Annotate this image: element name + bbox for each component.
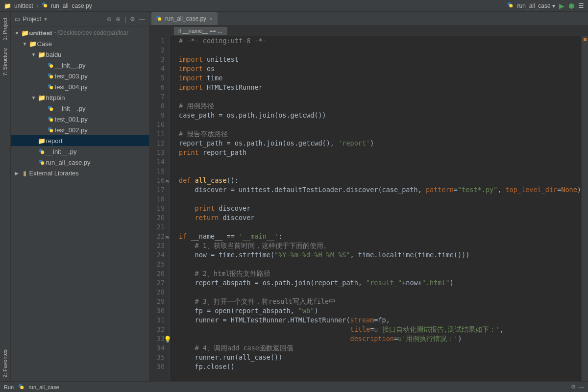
gear-icon[interactable]: ⚙: [571, 384, 576, 390]
collapse-all-icon[interactable]: ⊖: [107, 16, 112, 23]
python-file-icon: [46, 105, 55, 112]
python-file-icon: [46, 126, 55, 133]
tree-file-test004[interactable]: test_004.py: [11, 81, 149, 92]
side-tab-project[interactable]: 1: Project: [1, 14, 9, 44]
tree-file-test003[interactable]: test_003.py: [11, 71, 149, 81]
tree-external-libraries[interactable]: ▶ ▮ External Libraries: [11, 168, 149, 178]
project-panel-header: ▭ Project ▾ ⊖ ⊕ | ⚙ —: [11, 12, 149, 26]
tree-file-test001[interactable]: test_001.py: [11, 114, 149, 124]
folder-icon: 📁: [37, 137, 46, 145]
library-icon: ▮: [21, 170, 29, 177]
svg-point-3: [509, 4, 513, 7]
editor-tab-run-all-case[interactable]: run_all_case.py ×: [151, 12, 218, 25]
python-file-icon: [46, 116, 55, 122]
python-file-icon: [507, 1, 514, 10]
tree-root[interactable]: ▼ 📁 unittest ~/Desktop/dev-code(pa)/lear: [11, 27, 149, 38]
debug-button[interactable]: ⬢: [568, 2, 574, 10]
editor-tabs: run_all_case.py ×: [149, 12, 588, 25]
breadcrumb-file[interactable]: run_all_case.py: [51, 2, 92, 9]
run-target-label[interactable]: run_all_case: [28, 384, 59, 390]
svg-point-1: [44, 4, 47, 7]
fold-icon[interactable]: ⊟: [166, 233, 169, 242]
line-number-gutter[interactable]: 12345678910111213141516⊟171819202122⊟232…: [149, 36, 170, 381]
svg-point-21: [158, 17, 161, 21]
svg-point-9: [49, 86, 53, 89]
hide-icon[interactable]: —: [579, 384, 584, 390]
editor-area: run_all_case.py × if __name__ == … 12345…: [149, 12, 588, 381]
side-tab-favorites[interactable]: 2: Favorites: [1, 345, 9, 381]
python-file-icon: [155, 15, 162, 23]
project-icon: ▭: [15, 16, 20, 23]
tree-file-run-all[interactable]: run_all_case.py: [11, 157, 149, 168]
folder-icon: 📁: [21, 29, 29, 37]
side-tab-structure[interactable]: 7: Structure: [1, 44, 9, 80]
tree-folder-report[interactable]: 📁 report: [11, 135, 149, 146]
intention-bulb-icon[interactable]: 💡: [164, 335, 172, 344]
tree-folder-case[interactable]: ▼ 📁 Case: [11, 38, 149, 49]
python-file-icon: [37, 159, 46, 166]
project-tree: ▼ 📁 unittest ~/Desktop/dev-code(pa)/lear…: [11, 26, 149, 381]
hide-panel-icon[interactable]: —: [139, 16, 145, 23]
python-file-icon: [18, 383, 24, 391]
run-config-selector[interactable]: run_all_case ▾: [517, 2, 555, 9]
gear-icon[interactable]: ⚙: [130, 16, 135, 23]
editor-tab-label: run_all_case.py: [165, 15, 206, 22]
svg-point-13: [49, 118, 53, 122]
svg-point-7: [49, 75, 53, 78]
warning-marker-icon[interactable]: [584, 38, 587, 41]
chevron-right-icon: ›: [36, 2, 38, 9]
tree-file-init[interactable]: __init__.py: [11, 146, 149, 157]
tree-folder-httpbin[interactable]: ▼ 📁 httpbin: [11, 92, 149, 103]
left-tool-gutter: 1: Project 7: Structure 2: Favorites: [0, 12, 11, 381]
folder-icon: 📁: [37, 94, 46, 101]
python-file-icon: [46, 73, 55, 79]
tree-file-test002[interactable]: test_002.py: [11, 124, 149, 135]
status-bar: Run run_all_case ⚙ —: [0, 381, 588, 392]
svg-point-11: [49, 107, 53, 111]
svg-point-17: [41, 150, 44, 154]
python-file-icon: [46, 83, 55, 90]
svg-point-19: [41, 161, 44, 165]
divider-icon: |: [124, 16, 126, 23]
nav-breadcrumb-bar: if __name__ == …: [149, 25, 588, 36]
error-stripe[interactable]: [581, 36, 588, 381]
breadcrumb-project[interactable]: unittest: [14, 2, 33, 9]
project-panel: ▭ Project ▾ ⊖ ⊕ | ⚙ — ▼ 📁 unittest ~/Des…: [11, 12, 149, 381]
arrow-down-icon: ▼: [23, 41, 27, 47]
folder-icon: 📁: [4, 2, 11, 9]
python-file-icon: [37, 148, 46, 155]
run-tool-window-tab[interactable]: Run: [4, 384, 14, 390]
folder-icon: 📁: [37, 51, 46, 58]
svg-point-5: [49, 64, 53, 68]
top-bar: 📁 unittest › run_all_case.py run_all_cas…: [0, 0, 588, 12]
project-panel-title[interactable]: ▭ Project ▾: [15, 16, 47, 23]
arrow-down-icon: ▼: [15, 30, 20, 36]
tree-file-init[interactable]: __init__.py: [11, 103, 149, 114]
arrow-down-icon: ▼: [31, 52, 36, 57]
close-tab-icon[interactable]: ×: [209, 16, 212, 22]
tree-folder-baidu[interactable]: ▼ 📁 baidu: [11, 49, 149, 60]
fold-icon[interactable]: ⊟: [166, 177, 169, 186]
python-file-icon: [41, 1, 48, 10]
more-menu-icon[interactable]: ☰: [578, 2, 584, 9]
tree-file-init[interactable]: __init__.py: [11, 60, 149, 71]
code-editor[interactable]: # -*- coding:utf-8 -*-import unittestimp…: [170, 36, 581, 381]
arrow-right-icon: ▶: [15, 171, 20, 176]
arrow-down-icon: ▼: [31, 95, 36, 100]
chevron-down-icon: ▾: [552, 2, 555, 9]
nav-breadcrumb[interactable]: if __name__ == …: [174, 27, 227, 35]
python-file-icon: [46, 62, 55, 69]
run-button[interactable]: ▶: [559, 2, 564, 10]
svg-point-15: [49, 129, 53, 132]
scroll-from-source-icon[interactable]: ⊕: [116, 16, 121, 23]
chevron-down-icon: ▾: [44, 16, 47, 23]
svg-point-23: [20, 386, 24, 389]
folder-icon: 📁: [28, 40, 37, 48]
